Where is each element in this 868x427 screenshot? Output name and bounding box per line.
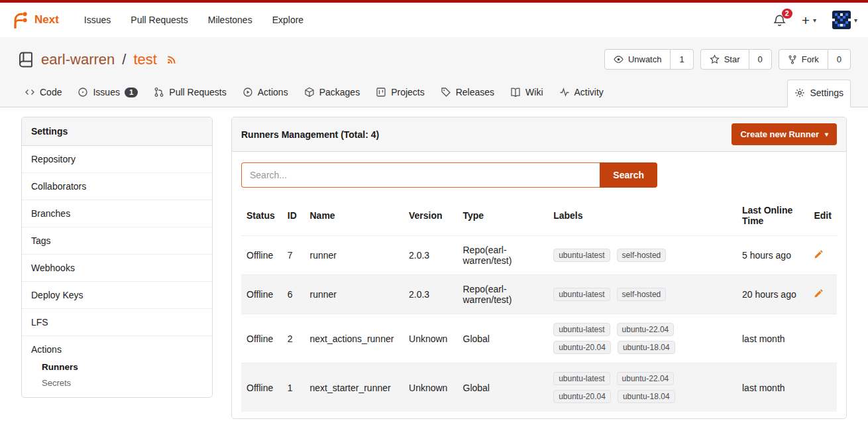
repo-title: earl-warren / test <box>17 51 178 68</box>
sidebar-title: Settings <box>22 117 212 146</box>
tab-pull-requests[interactable]: Pull Requests <box>146 79 233 107</box>
type-cell: Global <box>458 314 549 363</box>
col-header-last-online-time: Last Online Time <box>737 198 809 236</box>
tab-packages[interactable]: Packages <box>297 79 367 107</box>
table-row: Offline 1 next_starter_runner Unknown Gl… <box>241 363 837 412</box>
edit-cell <box>808 363 837 412</box>
sidebar-item-deploy-keys[interactable]: Deploy Keys <box>22 282 212 309</box>
search-input[interactable] <box>241 162 600 188</box>
notification-badge: 2 <box>782 9 792 19</box>
status-cell: Offline <box>241 314 282 363</box>
issue-icon <box>78 87 88 97</box>
sidebar-item-collaborators[interactable]: Collaborators <box>22 173 212 200</box>
navbar-item-issues[interactable]: Issues <box>83 11 112 29</box>
brand[interactable]: Next <box>11 11 59 29</box>
tab-label: Wiki <box>525 87 543 97</box>
code-icon <box>25 87 35 97</box>
repo-header: earl-warren / test <box>0 37 868 76</box>
top-navbar: Next Issues Pull Requests Milestones Exp… <box>0 3 868 37</box>
sidebar-item-lfs[interactable]: LFS <box>22 309 212 336</box>
tab-label: Settings <box>810 88 843 98</box>
labels-cell: ubuntu-latest self-hosted <box>548 236 737 275</box>
col-header-version: Version <box>404 198 457 236</box>
runner-label-chip: ubuntu-18.04 <box>618 341 675 354</box>
watch-button-group: Unwatch 1 <box>604 49 694 70</box>
eye-icon <box>614 54 624 64</box>
play-circle-icon <box>243 87 253 97</box>
unwatch-button[interactable]: Unwatch <box>605 50 671 69</box>
unwatch-label: Unwatch <box>628 54 662 64</box>
fork-button[interactable]: Fork <box>779 50 828 69</box>
type-cell: Repo(earl-warren/test) <box>458 275 549 314</box>
repo-owner-link[interactable]: earl-warren <box>41 51 115 68</box>
fork-label: Fork <box>802 54 819 64</box>
edit-runner-button[interactable] <box>814 288 824 298</box>
sidebar-item-secrets[interactable]: Secrets <box>42 378 203 388</box>
tab-releases[interactable]: Releases <box>433 79 502 107</box>
col-header-id: ID <box>282 198 305 236</box>
star-button-group: Star 0 <box>700 49 772 70</box>
tab-code[interactable]: Code <box>17 79 69 107</box>
runner-label-chip: self-hosted <box>617 249 667 262</box>
card-body: Search Status ID Name Version Type Label… <box>232 152 846 418</box>
tab-wiki[interactable]: Wiki <box>503 79 550 107</box>
col-header-edit: Edit <box>808 198 837 236</box>
tab-label: Packages <box>319 87 360 97</box>
runner-label-chip: ubuntu-18.04 <box>618 390 675 403</box>
navbar-item-explore[interactable]: Explore <box>271 11 305 29</box>
type-cell: Repo(earl-warren/test) <box>458 236 549 275</box>
id-cell: 2 <box>282 314 305 363</box>
tab-label: Actions <box>258 87 288 97</box>
star-button[interactable]: Star <box>701 50 749 69</box>
fork-icon <box>788 55 797 64</box>
actions-submenu: Runners Secrets <box>31 362 203 388</box>
tab-issues[interactable]: Issues 1 <box>70 79 145 107</box>
tab-activity[interactable]: Activity <box>552 79 611 107</box>
settings-sidebar: Settings Repository Collaborators Branch… <box>21 117 213 398</box>
runners-table: Status ID Name Version Type Labels Last … <box>241 198 837 412</box>
create-new-runner-button[interactable]: Create new Runner ▾ <box>732 123 837 145</box>
watchers-count[interactable]: 1 <box>670 50 692 69</box>
last-online-cell: 20 hours ago <box>737 275 809 314</box>
repository-icon <box>17 51 34 68</box>
table-row: Offline 7 runner 2.0.3 Repo(earl-warren/… <box>241 236 837 275</box>
tab-actions[interactable]: Actions <box>235 79 296 107</box>
rss-icon <box>166 54 178 65</box>
col-header-status: Status <box>241 198 282 236</box>
repo-tab-bar: Code Issues 1 Pull Requests <box>0 76 868 107</box>
navbar-item-milestones[interactable]: Milestones <box>207 11 254 29</box>
last-online-cell: 5 hours ago <box>737 236 809 275</box>
edit-cell <box>808 275 837 314</box>
edit-cell <box>808 236 837 275</box>
notifications-button[interactable]: 2 <box>773 14 786 27</box>
page-title: Runners Management (Total: 4) <box>241 129 379 140</box>
sidebar-item-actions[interactable]: Actions <box>31 344 203 355</box>
forks-count[interactable]: 0 <box>828 50 850 69</box>
search-bar: Search <box>241 162 657 188</box>
search-button[interactable]: Search <box>600 162 657 188</box>
edit-runner-button[interactable] <box>814 249 824 259</box>
tab-label: Activity <box>574 87 604 97</box>
navbar-item-pull-requests[interactable]: Pull Requests <box>129 11 189 29</box>
repo-name-link[interactable]: test <box>133 51 156 68</box>
tab-settings[interactable]: Settings <box>787 80 851 107</box>
col-header-type: Type <box>458 198 549 236</box>
create-menu-button[interactable]: + ▾ <box>802 13 816 27</box>
user-menu-button[interactable]: ▾ <box>832 11 857 29</box>
id-cell: 6 <box>282 275 305 314</box>
stars-count[interactable]: 0 <box>749 50 771 69</box>
sidebar-item-runners[interactable]: Runners <box>42 362 203 372</box>
version-cell: 2.0.3 <box>404 275 457 314</box>
col-header-labels: Labels <box>548 198 737 236</box>
repo-header-section: earl-warren / test <box>0 37 868 107</box>
chevron-down-icon: ▾ <box>813 17 816 24</box>
sidebar-item-tags[interactable]: Tags <box>22 227 212 255</box>
last-online-cell: last month <box>737 363 809 412</box>
tab-projects[interactable]: Projects <box>368 79 432 107</box>
sidebar-item-webhooks[interactable]: Webhooks <box>22 255 212 282</box>
table-header-row: Status ID Name Version Type Labels Last … <box>241 198 837 236</box>
rss-feed-button[interactable] <box>166 54 178 65</box>
version-cell: Unknown <box>404 363 457 412</box>
sidebar-item-branches[interactable]: Branches <box>22 200 212 227</box>
sidebar-item-repository[interactable]: Repository <box>22 146 212 173</box>
